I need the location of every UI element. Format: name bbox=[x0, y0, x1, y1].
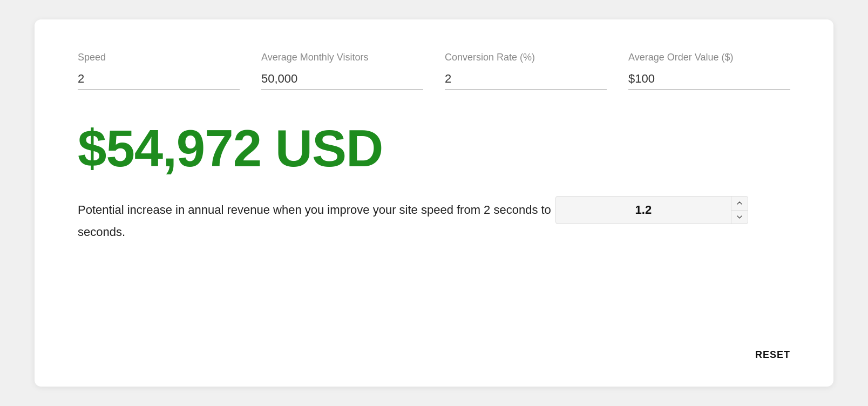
monthly-visitors-input-group: Average Monthly Visitors bbox=[261, 52, 423, 90]
chevron-down-icon bbox=[737, 215, 742, 219]
chevron-up-icon bbox=[737, 201, 742, 205]
conversion-rate-input[interactable] bbox=[445, 69, 607, 90]
conversion-rate-input-group: Conversion Rate (%) bbox=[445, 52, 607, 90]
speed-input[interactable] bbox=[78, 69, 240, 90]
result-amount: $54,972 USD bbox=[78, 123, 790, 174]
stepper-value-input[interactable] bbox=[556, 203, 731, 217]
reset-button[interactable]: RESET bbox=[755, 349, 790, 361]
monthly-visitors-input[interactable] bbox=[261, 69, 423, 90]
stepper-down-button[interactable] bbox=[731, 211, 748, 225]
speed-label: Speed bbox=[78, 52, 240, 63]
description-suffix: seconds. bbox=[78, 224, 125, 241]
stepper-up-button[interactable] bbox=[731, 196, 748, 211]
speed-stepper bbox=[555, 196, 748, 224]
calculator-card: Speed Average Monthly Visitors Conversio… bbox=[35, 19, 833, 387]
average-order-value-input-group: Average Order Value ($) bbox=[628, 52, 790, 90]
description-row: Potential increase in annual revenue whe… bbox=[78, 196, 790, 241]
average-order-value-input[interactable] bbox=[628, 69, 790, 90]
monthly-visitors-label: Average Monthly Visitors bbox=[261, 52, 423, 63]
description-prefix: Potential increase in annual revenue whe… bbox=[78, 202, 551, 219]
speed-input-group: Speed bbox=[78, 52, 240, 90]
stepper-buttons bbox=[731, 196, 748, 224]
average-order-value-label: Average Order Value ($) bbox=[628, 52, 790, 63]
conversion-rate-label: Conversion Rate (%) bbox=[445, 52, 607, 63]
inputs-row: Speed Average Monthly Visitors Conversio… bbox=[78, 52, 790, 90]
